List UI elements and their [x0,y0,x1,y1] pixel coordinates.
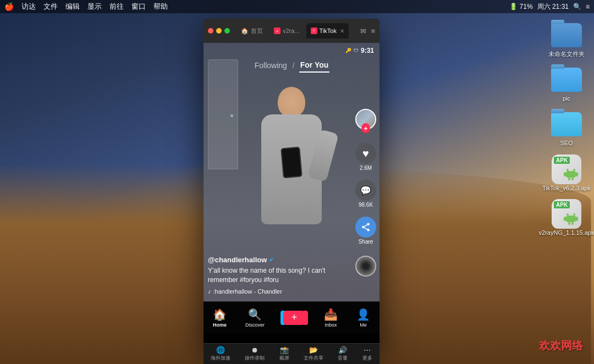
nav-inbox[interactable]: 📥 Inbox [324,308,338,328]
share-action[interactable]: Share [355,217,376,245]
video-background[interactable]: wisp 🔑 🛡 9:31 Following / [204,43,380,333]
comment-action[interactable]: 💬 98.6K [355,180,376,208]
apk-tiktok-img: APK [550,156,583,183]
tab-v2ray[interactable]: v v2ra... [270,23,304,38]
like-action[interactable]: ♥ 2.6M [355,143,376,171]
menu-window[interactable]: 窗口 [131,2,146,12]
more-icon: ⋯ [364,346,371,354]
v2ray-favicon: v [274,27,280,34]
apk-tiktok-label: TikTok_v6.2.3.apk [542,185,591,192]
fileshare-icon: 📂 [309,346,318,354]
desktop-icon-tiktok-apk[interactable]: APK TikTok_v6.2.3.apk [544,156,588,192]
v2ray-tab-label: v2ra... [283,27,300,34]
folder-pic-label: pic [563,95,570,102]
foryou-tab[interactable]: For You [299,58,330,73]
desktop-icon-seo-folder[interactable]: SEO [544,111,588,147]
more-label: 更多 [362,355,372,362]
tab-tiktok[interactable]: T TikTok ✕ [306,23,349,38]
folder-icon-seo [551,112,582,136]
comment-count: 98.6K [359,202,373,208]
tiktok-navbar: 🏠 Home 🔍 Discover + 📥 Inbox [204,301,380,333]
nav-discover[interactable]: 🔍 Discover [245,308,265,328]
menubar-search-icon[interactable]: 🔍 [573,3,581,10]
follow-plus-icon[interactable]: + [361,124,370,133]
maximize-button[interactable] [224,28,230,34]
volume-icon: 🔊 [338,346,347,354]
svg-rect-9 [566,216,576,222]
tiktok-info: @chandlerhallow ✔ Y'all know the name of… [208,256,349,295]
apk-icon-v2ray: APK [552,199,581,229]
svg-point-1 [573,169,575,171]
screenshot-icon: 📸 [280,346,289,354]
nav-home[interactable]: 🏠 Home [213,308,227,328]
svg-rect-11 [576,217,578,221]
svg-point-16 [367,229,370,231]
browser-actions: ✉ ≡ [360,27,375,35]
desktop-icon-v2ray-apk[interactable]: APK v2rayNG_1.1.15.apk [544,201,588,236]
music-info[interactable]: ♪ :handlerhallow - Chandler [208,288,349,295]
following-tab[interactable]: Following [254,59,288,72]
minimize-button[interactable] [216,28,222,34]
menu-edit[interactable]: 编辑 [65,2,80,12]
control-volume[interactable]: 🔊 音量 [338,346,348,362]
window-traffic-lights [208,28,230,34]
menu-finder[interactable]: 访达 [21,2,36,12]
folder-seo-img [550,111,583,137]
v2ray-control-bar: 🌐 海外加速 ⏺ 操作录制 📸 截屏 📂 文件共享 🔊 音量 ⋯ 更多 [204,343,380,364]
control-more[interactable]: ⋯ 更多 [362,346,372,362]
apk-v2ray-label: v2rayNG_1.1.15.apk [539,229,594,236]
control-record[interactable]: ⏺ 操作录制 [245,346,265,362]
tab-home[interactable]: 🏠 首页 [237,23,267,38]
apple-logo[interactable]: 🍎 [4,2,14,11]
menubar-battery: 🔋 71% [509,3,532,10]
menu-help[interactable]: 帮助 [153,2,168,12]
menu-file[interactable]: 文件 [43,2,58,12]
svg-point-8 [573,213,575,216]
header-divider: / [293,61,295,70]
control-fileshare[interactable]: 📂 文件共享 [304,346,323,362]
menubar-control-icon[interactable]: ≡ [586,3,590,10]
folder-seo-label: SEO [560,140,573,147]
tiktok-favicon: T [311,27,317,34]
inbox-nav-label: Inbox [324,322,337,328]
folder-icon-unnamed [551,23,582,47]
browser-window: 🏠 首页 v v2ra... T TikTok ✕ ✉ ≡ [204,19,380,349]
discover-nav-label: Discover [245,322,265,328]
close-button[interactable] [208,28,213,34]
key-icon: 🔑 [345,48,351,53]
share-label: Share [359,239,373,245]
android-v2ray-icon [563,210,579,227]
svg-rect-5 [568,178,570,180]
username-row: @chandlerhallow ✔ [208,256,349,264]
home-tab-label: 首页 [251,27,263,35]
username-text[interactable]: @chandlerhallow [208,256,267,264]
menu-icon[interactable]: ≡ [371,27,375,35]
person-phone [280,147,302,179]
menu-view[interactable]: 显示 [87,2,102,12]
tiktok-tab-close[interactable]: ✕ [340,28,344,34]
screenshot-label: 截屏 [279,355,289,362]
overseas-label: 海外加速 [211,355,230,362]
discover-nav-icon: 🔍 [248,308,262,321]
nav-create[interactable]: + [283,311,305,325]
tiktok-tab-label: TikTok [320,27,337,34]
plus-icon: + [283,311,305,325]
svg-rect-6 [571,178,574,180]
create-plus-button[interactable]: + [283,311,305,325]
svg-point-7 [566,213,569,216]
desktop-icon-unnamed-folder[interactable]: 未命名文件夹 [544,22,588,58]
status-bar: 🔑 🛡 9:31 [204,43,380,58]
desktop-icon-pic-folder[interactable]: pic [544,67,588,102]
music-text: :handlerhallow - Chandler [213,288,282,295]
folder-unnamed-img [550,22,583,48]
svg-rect-13 [571,222,574,225]
control-screenshot[interactable]: 📸 截屏 [279,346,289,362]
svg-point-14 [367,223,370,226]
menu-go[interactable]: 前往 [109,2,124,12]
svg-line-17 [364,228,367,229]
mail-icon[interactable]: ✉ [360,27,366,35]
svg-rect-4 [576,172,578,177]
like-icon: ♥ [355,143,376,164]
control-overseas[interactable]: 🌐 海外加速 [211,346,230,362]
nav-me[interactable]: 👤 Me [356,308,370,328]
